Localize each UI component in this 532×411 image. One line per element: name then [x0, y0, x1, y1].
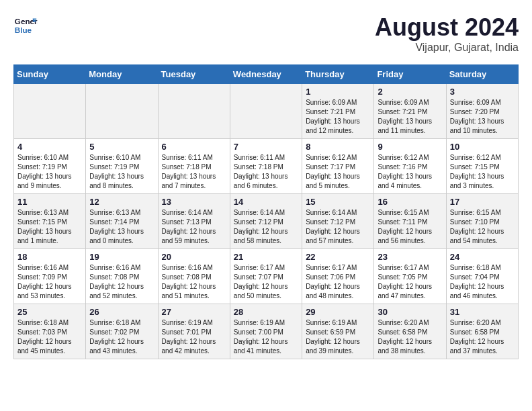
day-number: 11	[17, 197, 82, 207]
day-info: Sunrise: 6:18 AM Sunset: 7:02 PM Dayligh…	[89, 318, 154, 356]
calendar-week-5: 25Sunrise: 6:18 AM Sunset: 7:03 PM Dayli…	[14, 304, 519, 359]
day-info: Sunrise: 6:19 AM Sunset: 7:00 PM Dayligh…	[234, 318, 298, 356]
day-info: Sunrise: 6:12 AM Sunset: 7:17 PM Dayligh…	[306, 153, 370, 191]
day-number: 12	[89, 197, 154, 207]
day-info: Sunrise: 6:13 AM Sunset: 7:14 PM Dayligh…	[89, 208, 154, 246]
day-info: Sunrise: 6:11 AM Sunset: 7:18 PM Dayligh…	[234, 153, 298, 191]
day-info: Sunrise: 6:12 AM Sunset: 7:15 PM Dayligh…	[450, 153, 515, 191]
day-info: Sunrise: 6:14 AM Sunset: 7:13 PM Dayligh…	[162, 208, 226, 246]
calendar-cell: 1Sunrise: 6:09 AM Sunset: 7:21 PM Daylig…	[302, 84, 374, 139]
calendar-week-4: 18Sunrise: 6:16 AM Sunset: 7:09 PM Dayli…	[14, 249, 519, 304]
day-info: Sunrise: 6:17 AM Sunset: 7:05 PM Dayligh…	[378, 263, 442, 301]
day-number: 16	[378, 197, 442, 207]
day-info: Sunrise: 6:18 AM Sunset: 7:04 PM Dayligh…	[450, 263, 515, 301]
day-number: 25	[17, 307, 82, 317]
month-title: August 2024	[375, 13, 519, 42]
day-info: Sunrise: 6:18 AM Sunset: 7:03 PM Dayligh…	[17, 318, 82, 356]
calendar-cell	[158, 84, 230, 139]
day-header-thursday: Thursday	[302, 65, 374, 84]
day-number: 28	[234, 307, 298, 317]
calendar-cell: 25Sunrise: 6:18 AM Sunset: 7:03 PM Dayli…	[14, 304, 86, 359]
day-number: 9	[378, 142, 442, 152]
day-number: 18	[17, 252, 82, 262]
calendar-week-3: 11Sunrise: 6:13 AM Sunset: 7:15 PM Dayli…	[14, 194, 519, 249]
day-info: Sunrise: 6:10 AM Sunset: 7:19 PM Dayligh…	[17, 153, 82, 191]
day-info: Sunrise: 6:11 AM Sunset: 7:18 PM Dayligh…	[162, 153, 226, 191]
calendar-cell: 4Sunrise: 6:10 AM Sunset: 7:19 PM Daylig…	[14, 139, 86, 194]
calendar-cell: 2Sunrise: 6:09 AM Sunset: 7:21 PM Daylig…	[374, 84, 446, 139]
calendar-cell: 22Sunrise: 6:17 AM Sunset: 7:06 PM Dayli…	[302, 249, 374, 304]
calendar-cell: 9Sunrise: 6:12 AM Sunset: 7:16 PM Daylig…	[374, 139, 446, 194]
day-number: 31	[450, 307, 515, 317]
day-number: 4	[17, 142, 82, 152]
calendar-cell: 20Sunrise: 6:16 AM Sunset: 7:08 PM Dayli…	[158, 249, 230, 304]
day-number: 22	[306, 252, 370, 262]
calendar-week-2: 4Sunrise: 6:10 AM Sunset: 7:19 PM Daylig…	[14, 139, 519, 194]
calendar-cell: 10Sunrise: 6:12 AM Sunset: 7:15 PM Dayli…	[446, 139, 518, 194]
calendar-cell: 12Sunrise: 6:13 AM Sunset: 7:14 PM Dayli…	[86, 194, 158, 249]
day-info: Sunrise: 6:17 AM Sunset: 7:06 PM Dayligh…	[306, 263, 370, 301]
day-number: 24	[450, 252, 515, 262]
location-subtitle: Vijapur, Gujarat, India	[375, 42, 519, 54]
day-number: 19	[89, 252, 154, 262]
day-number: 21	[234, 252, 298, 262]
svg-text:Blue: Blue	[15, 26, 32, 34]
calendar-cell: 14Sunrise: 6:14 AM Sunset: 7:12 PM Dayli…	[230, 194, 302, 249]
day-number: 2	[378, 87, 442, 97]
calendar-cell: 23Sunrise: 6:17 AM Sunset: 7:05 PM Dayli…	[374, 249, 446, 304]
calendar-cell: 26Sunrise: 6:18 AM Sunset: 7:02 PM Dayli…	[86, 304, 158, 359]
day-info: Sunrise: 6:16 AM Sunset: 7:09 PM Dayligh…	[17, 263, 82, 301]
day-number: 6	[162, 142, 226, 152]
day-number: 7	[234, 142, 298, 152]
calendar-cell	[230, 84, 302, 139]
day-header-monday: Monday	[86, 65, 158, 84]
day-info: Sunrise: 6:19 AM Sunset: 7:01 PM Dayligh…	[162, 318, 226, 356]
logo-icon: General Blue	[13, 13, 38, 38]
calendar-cell: 18Sunrise: 6:16 AM Sunset: 7:09 PM Dayli…	[14, 249, 86, 304]
day-info: Sunrise: 6:17 AM Sunset: 7:07 PM Dayligh…	[234, 263, 298, 301]
calendar-cell: 27Sunrise: 6:19 AM Sunset: 7:01 PM Dayli…	[158, 304, 230, 359]
day-number: 3	[450, 87, 515, 97]
day-number: 29	[306, 307, 370, 317]
day-info: Sunrise: 6:16 AM Sunset: 7:08 PM Dayligh…	[162, 263, 226, 301]
logo: General Blue	[13, 13, 38, 38]
days-of-week-row: SundayMondayTuesdayWednesdayThursdayFrid…	[14, 65, 519, 84]
day-number: 27	[162, 307, 226, 317]
calendar-body: 1Sunrise: 6:09 AM Sunset: 7:21 PM Daylig…	[14, 84, 519, 359]
day-info: Sunrise: 6:14 AM Sunset: 7:12 PM Dayligh…	[234, 208, 298, 246]
day-info: Sunrise: 6:20 AM Sunset: 6:58 PM Dayligh…	[450, 318, 515, 356]
day-number: 8	[306, 142, 370, 152]
day-info: Sunrise: 6:15 AM Sunset: 7:10 PM Dayligh…	[450, 208, 515, 246]
day-number: 13	[162, 197, 226, 207]
calendar-cell: 7Sunrise: 6:11 AM Sunset: 7:18 PM Daylig…	[230, 139, 302, 194]
calendar-header: SundayMondayTuesdayWednesdayThursdayFrid…	[14, 65, 519, 84]
day-header-sunday: Sunday	[14, 65, 86, 84]
calendar-cell: 28Sunrise: 6:19 AM Sunset: 7:00 PM Dayli…	[230, 304, 302, 359]
day-info: Sunrise: 6:09 AM Sunset: 7:20 PM Dayligh…	[450, 98, 515, 136]
day-info: Sunrise: 6:12 AM Sunset: 7:16 PM Dayligh…	[378, 153, 442, 191]
calendar-cell: 29Sunrise: 6:19 AM Sunset: 6:59 PM Dayli…	[302, 304, 374, 359]
calendar-cell: 8Sunrise: 6:12 AM Sunset: 7:17 PM Daylig…	[302, 139, 374, 194]
calendar-cell: 24Sunrise: 6:18 AM Sunset: 7:04 PM Dayli…	[446, 249, 518, 304]
day-header-wednesday: Wednesday	[230, 65, 302, 84]
day-info: Sunrise: 6:10 AM Sunset: 7:19 PM Dayligh…	[89, 153, 154, 191]
calendar-cell: 11Sunrise: 6:13 AM Sunset: 7:15 PM Dayli…	[14, 194, 86, 249]
day-number: 14	[234, 197, 298, 207]
day-number: 1	[306, 87, 370, 97]
calendar-cell: 3Sunrise: 6:09 AM Sunset: 7:20 PM Daylig…	[446, 84, 518, 139]
calendar-cell: 16Sunrise: 6:15 AM Sunset: 7:11 PM Dayli…	[374, 194, 446, 249]
day-number: 20	[162, 252, 226, 262]
calendar-week-1: 1Sunrise: 6:09 AM Sunset: 7:21 PM Daylig…	[14, 84, 519, 139]
day-info: Sunrise: 6:19 AM Sunset: 6:59 PM Dayligh…	[306, 318, 370, 356]
day-info: Sunrise: 6:13 AM Sunset: 7:15 PM Dayligh…	[17, 208, 82, 246]
calendar-cell: 6Sunrise: 6:11 AM Sunset: 7:18 PM Daylig…	[158, 139, 230, 194]
day-header-tuesday: Tuesday	[158, 65, 230, 84]
calendar-cell: 21Sunrise: 6:17 AM Sunset: 7:07 PM Dayli…	[230, 249, 302, 304]
calendar-cell: 31Sunrise: 6:20 AM Sunset: 6:58 PM Dayli…	[446, 304, 518, 359]
day-info: Sunrise: 6:20 AM Sunset: 6:58 PM Dayligh…	[378, 318, 442, 356]
day-info: Sunrise: 6:09 AM Sunset: 7:21 PM Dayligh…	[306, 98, 370, 136]
title-area: August 2024 Vijapur, Gujarat, India	[375, 13, 519, 54]
calendar-cell: 5Sunrise: 6:10 AM Sunset: 7:19 PM Daylig…	[86, 139, 158, 194]
day-number: 15	[306, 197, 370, 207]
day-number: 26	[89, 307, 154, 317]
